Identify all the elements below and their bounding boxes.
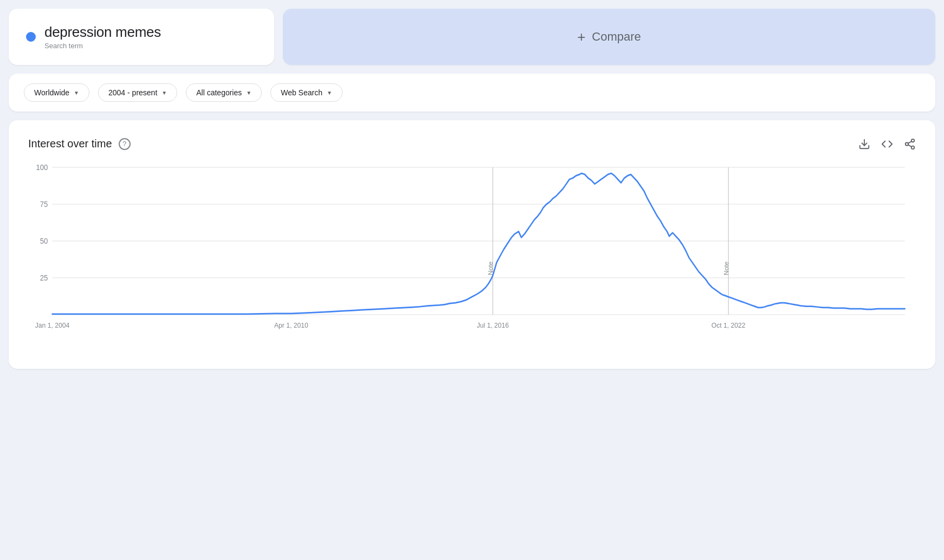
svg-text:50: 50 xyxy=(40,237,48,246)
chart-actions xyxy=(858,138,916,150)
svg-text:Oct 1, 2022: Oct 1, 2022 xyxy=(712,322,746,330)
trend-chart-svg: 100 75 50 25 Note Note Jan 1, 2004 Apr 1… xyxy=(28,167,916,351)
filter-category[interactable]: All categories ▼ xyxy=(186,83,262,102)
search-term-label: Search term xyxy=(44,42,161,50)
filter-search-type[interactable]: Web Search ▼ xyxy=(270,83,342,102)
chevron-down-icon: ▼ xyxy=(74,90,79,96)
filter-location-label: Worldwide xyxy=(34,88,69,97)
filters-bar: Worldwide ▼ 2004 - present ▼ All categor… xyxy=(9,74,935,112)
chart-title-row: Interest over time ? xyxy=(28,138,131,150)
svg-text:Jan 1, 2004: Jan 1, 2004 xyxy=(35,322,69,330)
compare-label: Compare xyxy=(592,30,641,44)
term-indicator-dot xyxy=(26,32,36,42)
search-term-name: depression memes xyxy=(44,24,161,41)
search-term-card: depression memes Search term xyxy=(9,9,274,65)
filter-time[interactable]: 2004 - present ▼ xyxy=(98,83,177,102)
compare-card[interactable]: + Compare xyxy=(283,9,935,65)
compare-label-group: + Compare xyxy=(577,29,641,45)
svg-text:Note: Note xyxy=(723,262,729,275)
download-icon[interactable] xyxy=(858,138,870,150)
chart-area: 100 75 50 25 Note Note Jan 1, 2004 Apr 1… xyxy=(28,167,916,351)
svg-text:Apr 1, 2010: Apr 1, 2010 xyxy=(274,322,308,330)
chart-card: Interest over time ? xyxy=(9,120,935,369)
svg-text:Jul 1, 2016: Jul 1, 2016 xyxy=(477,322,509,330)
filter-location[interactable]: Worldwide ▼ xyxy=(24,83,89,102)
filter-search-type-label: Web Search xyxy=(281,88,322,97)
chart-header: Interest over time ? xyxy=(28,138,916,150)
plus-icon: + xyxy=(577,29,585,45)
help-icon[interactable]: ? xyxy=(119,138,131,150)
filter-time-label: 2004 - present xyxy=(108,88,157,97)
filter-category-label: All categories xyxy=(196,88,242,97)
chevron-down-icon: ▼ xyxy=(161,90,167,96)
chevron-down-icon: ▼ xyxy=(246,90,251,96)
svg-text:100: 100 xyxy=(36,164,48,172)
chevron-down-icon: ▼ xyxy=(327,90,332,96)
top-section: depression memes Search term + Compare xyxy=(9,9,935,65)
search-term-text: depression memes Search term xyxy=(44,24,161,50)
svg-line-4 xyxy=(908,145,911,147)
chart-title: Interest over time xyxy=(28,138,112,150)
svg-line-5 xyxy=(908,141,911,143)
embed-icon[interactable] xyxy=(881,138,893,150)
svg-text:25: 25 xyxy=(40,274,48,283)
svg-text:75: 75 xyxy=(40,200,48,209)
share-icon[interactable] xyxy=(904,138,916,150)
